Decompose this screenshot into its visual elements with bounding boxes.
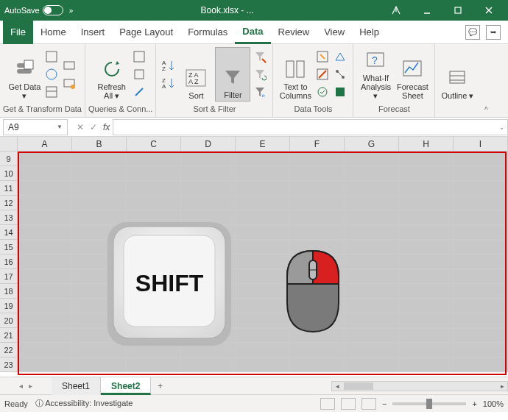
cell[interactable] [236,240,290,255]
share-icon[interactable]: ➥ [486,25,501,40]
cell[interactable] [345,196,399,210]
data-validation-icon[interactable] [314,84,331,100]
cell[interactable] [399,196,454,210]
cell[interactable] [18,152,72,166]
cell[interactable] [127,196,181,210]
sort-button[interactable]: Z AA Z Sort [178,47,214,102]
cell[interactable] [290,240,345,255]
cell[interactable] [399,225,454,240]
cell[interactable] [18,196,72,210]
column-header[interactable]: I [454,137,508,151]
row-header[interactable]: 23 [0,357,18,372]
row-header[interactable]: 10 [0,166,18,181]
sheet-nav-next-icon[interactable]: ▸ [29,382,32,390]
get-data-button[interactable]: Get Data ▾ [7,47,42,102]
cell[interactable] [72,152,127,166]
cell[interactable] [345,166,399,181]
reapply-icon[interactable] [252,66,268,82]
select-all-corner[interactable] [0,137,18,151]
row-header[interactable]: 19 [0,299,18,313]
queries-icon[interactable] [131,49,147,65]
cell[interactable] [290,357,345,372]
cell[interactable] [127,152,181,166]
cell[interactable] [18,284,72,299]
cell[interactable] [181,313,236,328]
cell[interactable] [18,357,72,372]
cancel-formula-icon[interactable]: ✕ [77,122,84,132]
scrollbar-thumb[interactable] [344,382,373,390]
cell[interactable] [127,255,181,269]
cell[interactable] [72,299,127,313]
cell[interactable] [345,269,399,284]
cell[interactable] [290,166,345,181]
data-model-icon[interactable] [332,84,348,100]
normal-view-button[interactable] [320,398,335,410]
filter-button[interactable]: Filter [215,47,250,102]
sheet-tab[interactable]: Sheet1 [52,377,101,395]
cell[interactable] [399,210,454,225]
tab-insert[interactable]: Insert [74,21,113,44]
cell[interactable] [127,299,181,313]
flash-fill-icon[interactable] [314,49,331,65]
cell[interactable] [454,357,508,372]
tab-file[interactable]: File [3,21,33,44]
cell[interactable] [290,328,345,343]
row-header[interactable]: 12 [0,196,18,210]
cell[interactable] [127,210,181,225]
row-header[interactable]: 17 [0,269,18,284]
name-box[interactable]: A9 ▼ [3,119,68,135]
cell[interactable] [454,210,508,225]
cell[interactable] [454,284,508,299]
cell[interactable] [236,181,290,196]
column-header[interactable]: G [345,137,399,151]
cell[interactable] [181,343,236,357]
expand-formula-icon[interactable]: ⌄ [496,119,508,135]
cell[interactable] [127,181,181,196]
text-to-columns-button[interactable]: Text to Columns [278,47,313,102]
tab-home[interactable]: Home [33,21,74,44]
cell[interactable] [181,181,236,196]
page-break-view-button[interactable] [361,398,376,410]
cell[interactable] [290,284,345,299]
scroll-left-icon[interactable]: ◂ [332,382,342,390]
cell[interactable] [127,357,181,372]
advanced-filter-icon[interactable]: » [252,84,268,100]
cell[interactable] [290,152,345,166]
cell[interactable] [181,196,236,210]
chevron-down-icon[interactable]: ▼ [57,124,63,130]
cell[interactable] [290,181,345,196]
add-sheet-button[interactable]: + [151,381,169,391]
row-header[interactable]: 22 [0,343,18,357]
cell[interactable] [127,328,181,343]
column-header[interactable]: A [18,137,72,151]
cell[interactable] [454,166,508,181]
cell[interactable] [345,343,399,357]
outline-button[interactable]: Outline ▾ [440,47,475,102]
cell[interactable] [72,269,127,284]
cell[interactable] [72,196,127,210]
cell[interactable] [181,357,236,372]
from-table-icon[interactable] [43,84,60,100]
refresh-all-button[interactable]: Refresh All ▾ [94,47,130,102]
cell[interactable] [399,269,454,284]
cell[interactable] [345,210,399,225]
consolidate-icon[interactable] [332,49,348,65]
cell[interactable] [236,152,290,166]
cell[interactable] [345,357,399,372]
edit-links-icon[interactable] [131,84,147,100]
cell[interactable] [454,181,508,196]
cell[interactable] [454,152,508,166]
cell[interactable] [399,343,454,357]
cell[interactable] [18,240,72,255]
cell[interactable] [181,284,236,299]
autosave-toggle[interactable] [43,5,63,15]
cell[interactable] [18,210,72,225]
cell[interactable] [72,166,127,181]
cell[interactable] [18,255,72,269]
cell[interactable] [454,240,508,255]
cell[interactable] [236,299,290,313]
cell[interactable] [399,166,454,181]
cell[interactable] [72,255,127,269]
cell[interactable] [127,240,181,255]
row-header[interactable]: 15 [0,240,18,255]
